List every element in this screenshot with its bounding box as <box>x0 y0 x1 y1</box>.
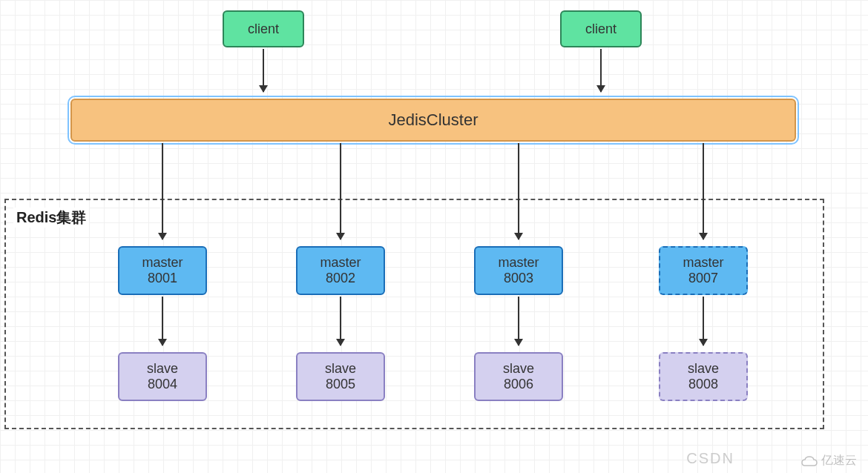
arrow-cluster-master3 <box>518 143 519 239</box>
client-label: client <box>585 22 617 37</box>
client-box-1: client <box>223 10 304 47</box>
cluster-label: JedisCluster <box>388 110 478 130</box>
slave-port: 8006 <box>504 377 533 392</box>
arrow-master1-slave1 <box>162 297 163 345</box>
watermark-csdn: CSDN <box>686 450 734 467</box>
cloud-icon <box>800 455 818 467</box>
master-node-4: master 8007 <box>659 246 748 295</box>
slave-node-2: slave 8005 <box>296 352 385 401</box>
slave-node-3: slave 8006 <box>474 352 563 401</box>
jedis-cluster-box: JedisCluster <box>70 99 796 142</box>
slave-label: slave <box>688 361 719 377</box>
arrow-client2-cluster <box>600 49 602 92</box>
arrow-master2-slave2 <box>340 297 341 345</box>
watermark-cloud-text: 亿速云 <box>821 453 857 469</box>
client-box-2: client <box>560 10 642 47</box>
master-node-3: master 8003 <box>474 246 563 295</box>
watermark-cloud: 亿速云 <box>800 453 857 469</box>
slave-port: 8008 <box>688 377 718 392</box>
master-node-2: master 8002 <box>296 246 385 295</box>
master-port: 8001 <box>148 271 177 286</box>
slave-port: 8005 <box>326 377 355 392</box>
client-label: client <box>248 22 279 37</box>
master-node-1: master 8001 <box>118 246 207 295</box>
master-label: master <box>683 255 723 271</box>
slave-label: slave <box>503 361 534 377</box>
arrow-master4-slave4 <box>703 297 704 345</box>
master-label: master <box>498 255 539 271</box>
slave-node-4: slave 8008 <box>659 352 748 401</box>
master-port: 8002 <box>326 271 355 286</box>
master-label: master <box>320 255 361 271</box>
master-port: 8003 <box>504 271 533 286</box>
master-port: 8007 <box>688 271 718 286</box>
slave-node-1: slave 8004 <box>118 352 207 401</box>
slave-port: 8004 <box>148 377 177 392</box>
arrow-client1-cluster <box>263 49 264 92</box>
arrow-master3-slave3 <box>518 297 519 345</box>
master-label: master <box>142 255 183 271</box>
arrow-cluster-master4 <box>703 143 704 239</box>
slave-label: slave <box>325 361 356 377</box>
arrow-cluster-master1 <box>162 143 163 239</box>
redis-cluster-group-label: Redis集群 <box>13 208 89 228</box>
slave-label: slave <box>147 361 178 377</box>
arrow-cluster-master2 <box>340 143 341 239</box>
